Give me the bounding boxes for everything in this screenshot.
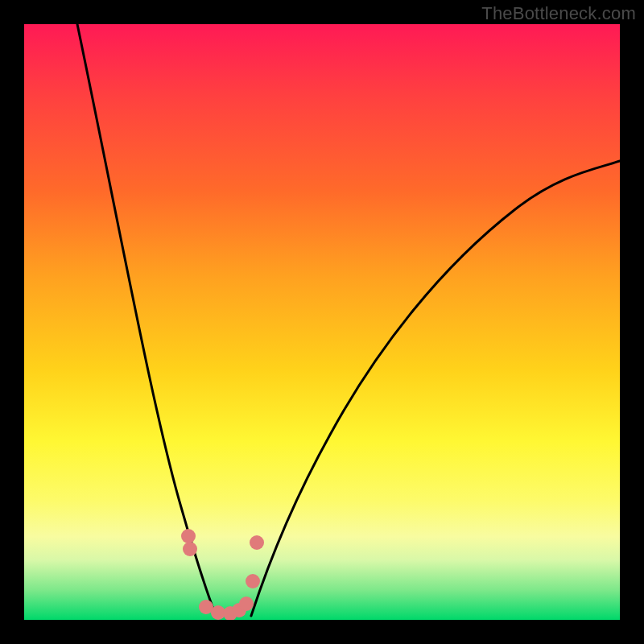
left-curve: [77, 24, 216, 616]
plot-area: [24, 24, 620, 620]
bottleneck-curves: [24, 24, 620, 620]
svg-point-6: [239, 597, 254, 611]
svg-point-8: [250, 535, 264, 550]
svg-point-1: [183, 542, 197, 556]
chart-frame: TheBottleneck.com: [0, 0, 644, 644]
svg-point-0: [181, 529, 196, 543]
svg-point-7: [246, 574, 260, 588]
marker-dots: [181, 529, 264, 620]
right-curve: [251, 161, 620, 616]
watermark-text: TheBottleneck.com: [481, 3, 636, 24]
